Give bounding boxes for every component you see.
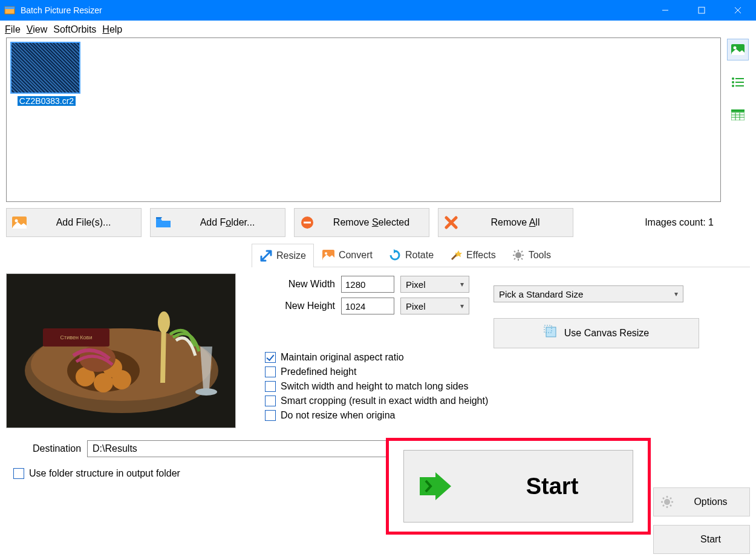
svg-line-47	[514, 258, 515, 259]
view-mode-toolbar	[726, 37, 750, 202]
menu-view[interactable]: View	[27, 24, 47, 35]
image-icon	[11, 215, 27, 230]
svg-point-21	[15, 220, 18, 223]
svg-rect-15	[731, 112, 745, 120]
start-arrow-icon	[660, 532, 674, 547]
tab-tools[interactable]: Tools	[504, 243, 559, 267]
svg-point-10	[732, 81, 734, 83]
no-resize-checkbox[interactable]: Do not resize when origina	[265, 410, 743, 421]
svg-rect-9	[735, 78, 744, 79]
svg-point-38	[325, 252, 327, 255]
tab-effects-label: Effects	[466, 250, 496, 261]
start-arrow-icon	[417, 471, 454, 501]
view-thumbnails-button[interactable]	[727, 39, 749, 60]
preview-image: Стивен Кови	[6, 273, 236, 428]
images-count-label: Images count: 1	[645, 217, 714, 228]
checkbox-icon	[265, 352, 276, 363]
smart-cropping-checkbox[interactable]: Smart cropping (result in exact width an…	[265, 396, 743, 406]
new-height-label: New Height	[262, 301, 335, 311]
big-start-button[interactable]: Start	[403, 450, 633, 523]
file-list-area[interactable]: CZ2B0383.cr2	[6, 37, 721, 202]
checkbox-icon	[13, 468, 24, 479]
checkbox-icon	[265, 366, 276, 377]
svg-line-46	[521, 251, 523, 252]
start-button[interactable]: Start	[653, 525, 750, 554]
switch-sides-label: Switch width and height to match long si…	[281, 381, 468, 392]
remove-selected-button[interactable]: Remove Selected	[294, 208, 429, 237]
destination-label: Destination	[33, 443, 81, 454]
options-button[interactable]: Options	[653, 487, 750, 516]
menu-file[interactable]: File	[5, 24, 21, 35]
convert-icon	[322, 249, 335, 262]
menu-softorbits[interactable]: SoftOrbits	[53, 24, 96, 35]
title-bar: Batch Picture Resizer	[0, 0, 756, 21]
svg-point-12	[732, 85, 734, 87]
aspect-ratio-label: Maintain original aspect ratio	[281, 352, 404, 363]
svg-rect-14	[731, 109, 745, 112]
no-resize-label: Do not resize when origina	[281, 410, 395, 421]
app-icon	[4, 4, 16, 16]
start-label: Start	[678, 534, 743, 545]
svg-rect-48	[546, 327, 556, 337]
width-unit-select[interactable]: Pixel▾	[400, 276, 469, 293]
switch-sides-checkbox[interactable]: Switch width and height to match long si…	[265, 381, 743, 392]
app-title: Batch Picture Resizer	[21, 5, 102, 15]
svg-point-7	[734, 47, 737, 50]
tab-effects[interactable]: Effects	[442, 243, 504, 267]
new-width-label: New Width	[262, 279, 335, 290]
remove-all-button[interactable]: Remove All	[438, 208, 573, 237]
tab-strip: Resize Convert Rotate Effects Tools	[252, 243, 750, 267]
new-width-input[interactable]	[341, 276, 394, 293]
add-folder-button[interactable]: Add Folder...	[150, 208, 285, 237]
svg-line-58	[663, 505, 664, 506]
view-details-button[interactable]	[727, 104, 749, 126]
svg-rect-13	[735, 85, 744, 86]
chevron-down-icon: ▾	[460, 302, 464, 310]
close-button[interactable]	[720, 0, 756, 21]
svg-line-55	[663, 498, 664, 499]
tab-rotate[interactable]: Rotate	[380, 243, 442, 267]
remove-all-label: Remove All	[463, 217, 568, 228]
add-files-button[interactable]: Add File(s)...	[6, 208, 142, 237]
minimize-button[interactable]	[647, 0, 683, 21]
tab-convert-label: Convert	[339, 250, 373, 261]
options-label: Options	[678, 497, 743, 507]
svg-line-45	[521, 258, 523, 259]
svg-rect-11	[735, 82, 744, 83]
tools-icon	[512, 249, 525, 262]
remove-all-icon	[443, 215, 459, 230]
height-unit-select[interactable]: Pixel▾	[400, 298, 469, 314]
svg-rect-23	[304, 222, 311, 224]
svg-point-33	[158, 311, 170, 333]
standard-size-select[interactable]: Pick a Standard Size▾	[494, 285, 683, 302]
tab-resize[interactable]: Resize	[252, 244, 314, 267]
remove-selected-label: Remove Selected	[319, 217, 424, 228]
rotate-icon	[388, 249, 402, 262]
thumbnail-filename: CZ2B0383.cr2	[18, 96, 76, 106]
add-files-label: Add File(s)...	[31, 217, 136, 228]
canvas-resize-button[interactable]: Use Canvas Resize	[494, 318, 699, 348]
tab-convert[interactable]: Convert	[314, 243, 380, 267]
svg-rect-3	[699, 7, 705, 13]
predefined-height-checkbox[interactable]: Predefined height	[265, 366, 743, 377]
new-height-input[interactable]	[341, 298, 394, 314]
tab-rotate-label: Rotate	[405, 250, 434, 261]
gear-icon	[660, 495, 674, 509]
effects-icon	[449, 249, 463, 262]
svg-rect-1	[5, 7, 15, 9]
resize-icon	[259, 249, 273, 262]
chevron-down-icon: ▾	[460, 280, 464, 288]
checkbox-icon	[265, 410, 276, 421]
menu-help[interactable]: Help	[102, 24, 122, 35]
aspect-ratio-checkbox[interactable]: Maintain original aspect ratio	[265, 352, 743, 363]
maximize-button[interactable]	[683, 0, 720, 21]
tab-resize-label: Resize	[276, 250, 306, 261]
folder-icon	[155, 215, 171, 230]
view-list-button[interactable]	[727, 71, 749, 93]
big-start-label: Start	[490, 474, 633, 500]
svg-point-50	[664, 499, 670, 505]
file-thumbnail[interactable]: CZ2B0383.cr2	[10, 42, 83, 106]
add-folder-label: Add Folder...	[175, 217, 280, 228]
svg-point-34	[195, 388, 217, 396]
svg-point-8	[732, 77, 734, 80]
